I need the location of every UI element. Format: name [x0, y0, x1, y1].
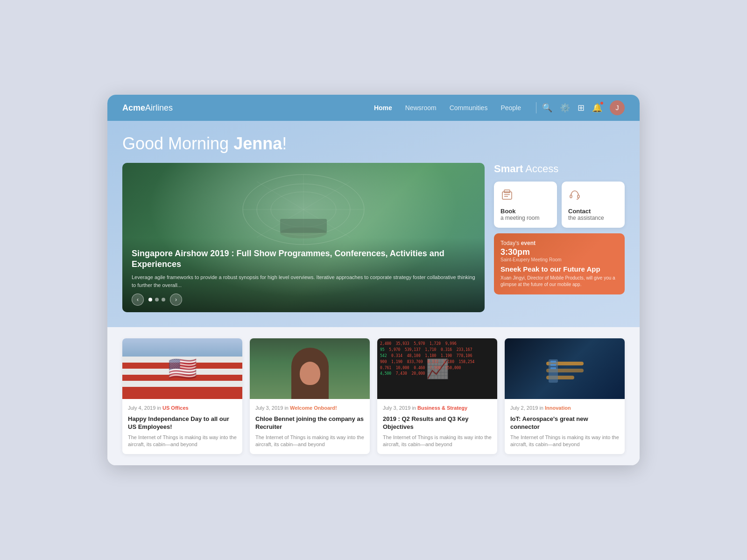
- news-grid: July 4, 2019 in US Offices Happy Indepen…: [122, 338, 625, 454]
- event-card[interactable]: Today's event 3:30pm Saint-Exupery Meeti…: [494, 233, 625, 294]
- carousel-controls: ‹ ›: [132, 294, 182, 306]
- news-img-4: [505, 338, 625, 399]
- logo-light: Airlines: [145, 103, 173, 112]
- dot-2[interactable]: [155, 298, 159, 301]
- carousel-body: Leverage agile frameworks to provide a r…: [132, 273, 475, 289]
- notification-badge: [599, 101, 604, 105]
- carousel-background: Singapore Airshow 2019 : Full Show Progr…: [122, 163, 485, 312]
- news-title-1: Happy Independance Day to all our US Emp…: [128, 415, 237, 431]
- svg-rect-19: [550, 361, 556, 363]
- search-icon[interactable]: 🔍: [542, 103, 552, 113]
- carousel-next[interactable]: ›: [170, 294, 182, 306]
- dot-1[interactable]: [148, 298, 152, 301]
- news-body-3: July 3, 2019 in Business & Strategy 2019…: [377, 399, 497, 454]
- news-meta-3: July 3, 2019 in Business & Strategy: [383, 405, 492, 412]
- greeting-prefix: Good Morning: [122, 134, 233, 153]
- hero-section: Good Morning Jenna!: [107, 121, 640, 327]
- book-title: Book: [500, 208, 550, 215]
- news-date-1: July 4, 2019: [128, 405, 155, 411]
- news-img-3: 2,400 35,933 5,970 1,720 9,996 95 5,970 …: [377, 338, 497, 399]
- nav-divider: [536, 102, 536, 113]
- contact-assistance-card[interactable]: Contact the assistance: [562, 182, 625, 228]
- notification-icon[interactable]: 🔔: [592, 103, 602, 113]
- news-cat-4[interactable]: Innovation: [545, 405, 571, 411]
- access-cards: Book a meeting room Contact: [494, 182, 625, 228]
- hero-carousel[interactable]: Singapore Airshow 2019 : Full Show Progr…: [122, 163, 485, 312]
- news-img-1: [122, 338, 242, 399]
- smart-access: Smart Access Book a mee: [494, 163, 625, 294]
- news-body-text-3: The Internet of Things is making its way…: [383, 434, 492, 448]
- news-card-2[interactable]: July 3, 2019 in Welcome Onboard! Chloe B…: [250, 338, 370, 454]
- news-cat-1[interactable]: US Offices: [162, 405, 189, 411]
- nav-newsroom[interactable]: Newsroom: [405, 104, 437, 112]
- contact-sub: the assistance: [568, 215, 618, 221]
- news-card-3[interactable]: 2,400 35,933 5,970 1,720 9,996 95 5,970 …: [377, 338, 497, 454]
- hero-content: Singapore Airshow 2019 : Full Show Progr…: [122, 163, 625, 312]
- news-card-1[interactable]: July 4, 2019 in US Offices Happy Indepen…: [122, 338, 242, 454]
- svg-rect-21: [550, 367, 556, 369]
- news-body-text-2: The Internet of Things is making its way…: [255, 434, 364, 448]
- grid-icon[interactable]: ⊞: [578, 103, 585, 113]
- contact-title: Contact: [568, 208, 618, 215]
- news-cat-2[interactable]: Welcome Onboard!: [290, 405, 337, 411]
- headset-icon: [568, 188, 618, 204]
- event-label-light: Today's: [500, 240, 521, 246]
- news-img-2: [250, 338, 370, 399]
- book-icon: [500, 188, 550, 204]
- news-meta-1: July 4, 2019 in US Offices: [128, 405, 237, 412]
- carousel-title: Singapore Airshow 2019 : Full Show Progr…: [132, 248, 475, 270]
- user-avatar[interactable]: J: [610, 100, 625, 115]
- svg-rect-10: [504, 190, 510, 193]
- greeting-suffix: !: [282, 134, 287, 153]
- nav-communities[interactable]: Communities: [450, 104, 488, 112]
- settings-icon[interactable]: ⚙️: [560, 103, 570, 113]
- logo[interactable]: AcmeAirlines: [122, 103, 173, 113]
- nav-home[interactable]: Home: [374, 104, 392, 112]
- event-time: 3:30pm: [500, 247, 618, 257]
- svg-rect-18: [549, 359, 558, 383]
- smart-access-title: Smart Access: [494, 163, 625, 175]
- logo-bold: Acme: [122, 103, 145, 112]
- news-section: July 4, 2019 in US Offices Happy Indepen…: [107, 327, 640, 465]
- smart-title-bold: Smart: [494, 163, 523, 175]
- dot-3[interactable]: [162, 298, 165, 301]
- stocks-overlay: 2,400 35,933 5,970 1,720 9,996 95 5,970 …: [377, 338, 497, 399]
- news-body-text-4: The Internet of Things is making its way…: [510, 434, 619, 448]
- book-sub: a meeting room: [500, 215, 550, 221]
- carousel-image: [238, 172, 369, 247]
- news-cat-3[interactable]: Business & Strategy: [417, 405, 467, 411]
- news-title-2: Chloe Bennet joining the company as Recr…: [255, 415, 364, 431]
- avatar-initial: J: [616, 104, 619, 112]
- news-meta-2: July 3, 2019 in Welcome Onboard!: [255, 405, 364, 412]
- greeting-name: Jenna: [233, 134, 282, 153]
- news-date-4: July 2, 2019: [510, 405, 538, 411]
- news-body-text-1: The Internet of Things is making its way…: [128, 434, 237, 448]
- event-venue: Saint-Exupery Meeting Room: [500, 257, 618, 262]
- event-desc: Xuan Jingyi, Director of Mobile Products…: [500, 275, 618, 288]
- smart-title-light: Access: [523, 163, 558, 175]
- news-card-4[interactable]: July 2, 2019 in Innovation IoT: Aerospac…: [505, 338, 625, 454]
- news-meta-4: July 2, 2019 in Innovation: [510, 405, 619, 412]
- svg-rect-8: [280, 219, 327, 233]
- book-meeting-card[interactable]: Book a meeting room: [494, 182, 557, 228]
- news-body-2: July 3, 2019 in Welcome Onboard! Chloe B…: [250, 399, 370, 454]
- nav-people[interactable]: People: [500, 104, 521, 112]
- carousel-prev[interactable]: ‹: [132, 294, 144, 306]
- nav-links: Home Newsroom Communities People: [374, 104, 521, 112]
- nav-icons: 🔍 ⚙️ ⊞ 🔔 J: [542, 100, 625, 115]
- news-title-4: IoT: Aerospace's great new connector: [510, 415, 619, 431]
- news-date-2: July 3, 2019: [255, 405, 283, 411]
- news-body-1: July 4, 2019 in US Offices Happy Indepen…: [122, 399, 242, 454]
- news-date-3: July 3, 2019: [383, 405, 410, 411]
- navbar: AcmeAirlines Home Newsroom Communities P…: [107, 95, 640, 121]
- carousel-dots: [148, 298, 165, 301]
- news-title-3: 2019 : Q2 Results and Q3 Key Objectives: [383, 415, 492, 431]
- event-label-bold: event: [521, 240, 536, 246]
- news-body-4: July 2, 2019 in Innovation IoT: Aerospac…: [505, 399, 625, 454]
- svg-rect-20: [550, 364, 556, 366]
- event-label: Today's event: [500, 240, 618, 246]
- browser-window: AcmeAirlines Home Newsroom Communities P…: [107, 95, 640, 465]
- greeting: Good Morning Jenna!: [122, 134, 625, 154]
- carousel-text: Singapore Airshow 2019 : Full Show Progr…: [132, 248, 475, 289]
- event-title: Sneek Peak to our Future App: [500, 265, 618, 273]
